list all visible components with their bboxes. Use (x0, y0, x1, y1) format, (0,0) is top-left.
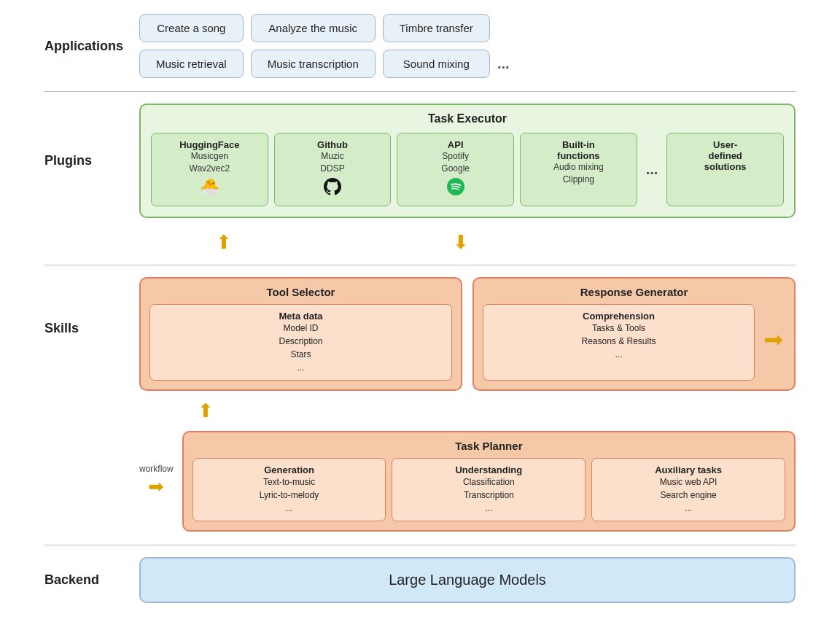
divider-3 (44, 545, 796, 545)
understanding-title: Understanding (400, 464, 578, 475)
comprehension-title: Comprehension (491, 311, 747, 322)
huggingface-name: HuggingFace (159, 139, 260, 150)
auxiliary-title: Auxiliary tasks (599, 464, 777, 475)
task-planner-inner: Generation Text-to-musicLyric-to-melody.… (192, 458, 785, 521)
plugin-github: Github MuzicDDSP (274, 133, 392, 206)
metadata-sub: Model IDDescriptionStars... (158, 322, 444, 374)
task-planner-title: Task Planner (192, 440, 785, 452)
huggingface-icon: 🐣 (159, 178, 260, 197)
tool-selector-box: Tool Selector Meta data Model IDDescript… (139, 277, 462, 391)
task-executor-box: Task Executor HuggingFace MusicgenWav2ve… (139, 104, 796, 218)
workflow-col: workflow ➡ (139, 464, 174, 498)
applications-label: Applications (44, 39, 139, 54)
plugins-content: Task Executor HuggingFace MusicgenWav2ve… (139, 104, 796, 218)
task-planner-row: workflow ➡ Task Planner Generation Text-… (139, 431, 796, 532)
app-box-analyze: Analyze the music (251, 14, 376, 42)
comprehension-inner: Comprehension Tasks & ToolsReasons & Res… (483, 304, 755, 381)
workflow-arrow: ➡ (148, 475, 164, 498)
applications-row: Applications Create a song Analyze the m… (44, 14, 796, 78)
llm-text: Large Language Models (389, 572, 546, 588)
generation-sub: Text-to-musicLyric-to-melody... (201, 475, 378, 515)
understanding-inner: Understanding ClassificationTranscriptio… (392, 458, 586, 521)
tool-selector-inner: Meta data Model IDDescriptionStars... (149, 304, 452, 381)
arrow-up-icon: ⬆ (216, 233, 232, 252)
skills-boxes: Tool Selector Meta data Model IDDescript… (139, 277, 796, 532)
backend-label: Backend (44, 572, 139, 588)
divider-2 (44, 265, 796, 265)
llm-box: Large Language Models (139, 557, 796, 603)
app-grid: Create a song Analyze the music Timbre t… (139, 14, 796, 78)
response-inner-row: Comprehension Tasks & ToolsReasons & Res… (483, 304, 785, 381)
github-name: Github (282, 139, 384, 150)
auxiliary-inner: Auxiliary tasks Music web APISearch engi… (591, 458, 785, 521)
response-right-arrow: ⮕ (761, 304, 785, 381)
arrow-down-response: ⬇ (453, 233, 469, 252)
plugins-inner: HuggingFace MusicgenWav2vec2 🐣 Github Mu… (151, 133, 784, 206)
app-box-timbre: Timbre transfer (383, 14, 490, 42)
github-icon (282, 178, 384, 199)
userdefined-name: User-definedsolutions (674, 139, 776, 172)
arrow-up-tool: ⬆ (216, 233, 232, 252)
huggingface-sub: MusicgenWav2vec2 (159, 150, 260, 175)
generation-inner: Generation Text-to-musicLyric-to-melody.… (192, 458, 386, 521)
app-box-retrieval: Music retrieval (139, 50, 244, 78)
task-executor-title: Task Executor (151, 112, 784, 125)
diagram: Applications Create a song Analyze the m… (37, 0, 803, 630)
skills-row: Skills Tool Selector Meta data Model IDD… (44, 277, 796, 532)
plugin-huggingface: HuggingFace MusicgenWav2vec2 🐣 (151, 133, 268, 206)
app-box-create: Create a song (139, 14, 244, 42)
spotify-icon (405, 178, 506, 200)
plugins-row: Plugins Task Executor HuggingFace Musicg… (44, 104, 796, 218)
divider-1 (44, 91, 796, 92)
workflow-label: workflow (139, 464, 174, 474)
arrow-right-icon: ⮕ (763, 330, 785, 354)
inter-arrow-row: ⬆ ⬇ (44, 231, 796, 257)
plugins-label: Plugins (44, 153, 139, 168)
plugin-builtin: Built-infunctions Audio mixingClipping (520, 133, 637, 206)
response-generator-title: Response Generator (483, 286, 785, 298)
apps-ellipsis-2: ... (497, 55, 519, 72)
builtin-sub: Audio mixingClipping (528, 161, 629, 186)
api-name: API (405, 139, 506, 150)
arrow-up-planner: ⬆ (198, 400, 214, 422)
response-generator-box: Response Generator Comprehension Tasks &… (472, 277, 796, 391)
mid-arrow-row: ⬆ (139, 400, 796, 422)
plugins-ellipsis: ... (643, 133, 661, 206)
skills-label: Skills (44, 277, 139, 336)
metadata-title: Meta data (158, 311, 444, 322)
app-box-transcription: Music transcription (251, 50, 376, 78)
builtin-name: Built-infunctions (528, 139, 629, 161)
skills-top-row: Tool Selector Meta data Model IDDescript… (139, 277, 796, 391)
app-box-sound: Sound mixing (383, 50, 490, 78)
github-sub: MuzicDDSP (282, 150, 384, 175)
backend-content: Large Language Models (139, 557, 796, 603)
api-sub: SpotifyGoogle (405, 150, 506, 175)
understanding-sub: ClassificationTranscription... (400, 475, 578, 515)
generation-title: Generation (201, 464, 378, 475)
auxiliary-sub: Music web APISearch engine... (599, 475, 777, 515)
plugin-api: API SpotifyGoogle (397, 133, 514, 206)
comprehension-sub: Tasks & ToolsReasons & Results... (491, 322, 747, 361)
applications-content: Create a song Analyze the music Timbre t… (139, 14, 796, 78)
plugin-userdefined: User-definedsolutions (666, 133, 784, 206)
arrow-down-icon: ⬇ (453, 233, 469, 252)
backend-row: Backend Large Language Models (44, 557, 796, 603)
tool-selector-title: Tool Selector (149, 286, 452, 298)
skills-content: Tool Selector Meta data Model IDDescript… (139, 277, 796, 532)
task-planner-box: Task Planner Generation Text-to-musicLyr… (182, 431, 796, 532)
